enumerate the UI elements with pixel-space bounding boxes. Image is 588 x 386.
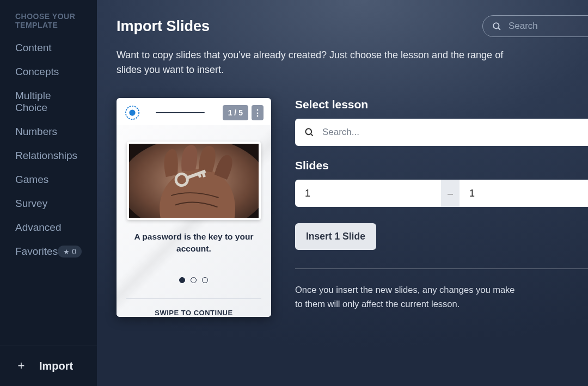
preview-title-line [156, 112, 205, 113]
range-dash: – [441, 180, 460, 207]
search-field[interactable] [482, 15, 588, 37]
sidebar: CHOOSE YOUR TEMPLATE Content Concepts Mu… [0, 0, 97, 386]
sidebar-item-label: Advanced [15, 222, 62, 233]
svg-point-10 [305, 128, 311, 134]
kebab-icon[interactable]: ⋮ [252, 105, 264, 120]
page-title: Import Slides [117, 18, 210, 35]
pagination-dots [179, 277, 208, 283]
sidebar-item-label: Multiple Choice [15, 90, 51, 113]
favorites-badge: ★ 0 [58, 246, 82, 258]
sidebar-item-label: Games [15, 174, 48, 185]
sidebar-item-numbers[interactable]: Numbers [0, 120, 97, 144]
sidebar-item-label: Survey [15, 198, 47, 209]
star-icon: ★ [63, 248, 70, 256]
preview-toolbar: 1 / 5 ⋮ [117, 98, 271, 125]
slide-preview: 1 / 5 ⋮ [117, 98, 271, 317]
sidebar-item-content[interactable]: Content [0, 36, 97, 60]
divider [295, 268, 588, 269]
import-form: Select lesson Slides – Insert 1 Slide On… [295, 98, 588, 317]
slides-label: Slides [295, 159, 588, 172]
lesson-select[interactable] [295, 119, 588, 146]
sidebar-item-games[interactable]: Games [0, 168, 97, 192]
sidebar-header: CHOOSE YOUR TEMPLATE [0, 0, 97, 36]
search-icon [304, 127, 315, 138]
sidebar-items: Content Concepts Multiple Choice Numbers… [0, 36, 97, 345]
sidebar-item-concepts[interactable]: Concepts [0, 60, 97, 84]
range-to-input[interactable] [460, 180, 588, 207]
content-row: 1 / 5 ⋮ [117, 98, 588, 317]
sidebar-item-multiple-choice[interactable]: Multiple Choice [0, 84, 97, 120]
sidebar-item-label: Favorites [15, 246, 58, 258]
header-row: Import Slides [117, 15, 588, 37]
svg-point-3 [129, 109, 135, 115]
lesson-search-input[interactable] [322, 127, 579, 138]
sidebar-item-label: Content [15, 42, 52, 53]
svg-line-11 [311, 134, 313, 136]
lesson-badge-icon [124, 105, 140, 121]
range-from-input[interactable] [295, 180, 441, 207]
preview-body: A password is the key to your account. S… [117, 125, 271, 317]
sidebar-item-label: Concepts [15, 66, 59, 77]
insert-note: Once you insert the new slides, any chan… [295, 283, 524, 311]
sidebar-item-favorites[interactable]: Favorites ★ 0 [0, 240, 97, 264]
slide-counter: 1 / 5 [223, 105, 248, 120]
search-icon [492, 21, 502, 32]
dot-active[interactable] [179, 277, 185, 283]
dot[interactable] [202, 277, 208, 283]
svg-point-0 [493, 23, 499, 28]
svg-line-1 [498, 28, 500, 30]
slide-image [127, 142, 261, 220]
sidebar-item-label: Numbers [15, 126, 57, 137]
favorites-count: 0 [72, 247, 76, 256]
sidebar-item-relationships[interactable]: Relationships [0, 144, 97, 168]
swipe-hint: SWIPE TO CONTINUE [126, 298, 261, 317]
import-label: Import [39, 360, 73, 372]
insert-slide-button[interactable]: Insert 1 Slide [295, 223, 376, 250]
sidebar-item-advanced[interactable]: Advanced [0, 216, 97, 240]
slide-caption: A password is the key to your account. [134, 231, 254, 254]
sidebar-item-survey[interactable]: Survey [0, 192, 97, 216]
import-button[interactable]: + Import [0, 345, 97, 386]
sidebar-item-label: Relationships [15, 150, 77, 161]
dot[interactable] [191, 277, 197, 283]
search-input[interactable] [509, 21, 588, 32]
page-description: Want to copy slides that you've already … [117, 48, 519, 77]
slides-range: – [295, 180, 588, 207]
plus-icon: + [15, 359, 27, 373]
select-lesson-label: Select lesson [295, 98, 588, 111]
main-panel: Import Slides Want to copy slides that y… [97, 0, 588, 386]
